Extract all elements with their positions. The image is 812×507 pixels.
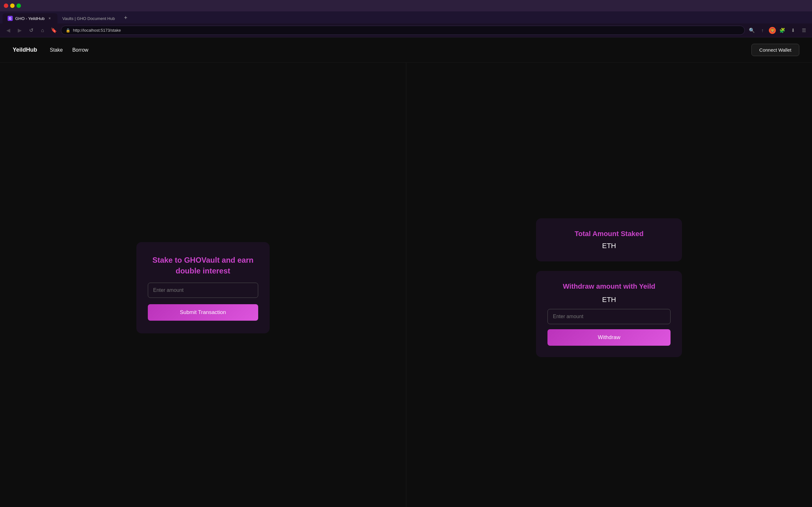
- withdraw-card-value: ETH: [548, 296, 670, 304]
- tab-2[interactable]: Vaults | GHO Document Hub: [57, 14, 120, 23]
- window-controls: [4, 3, 21, 8]
- back-button[interactable]: ◀: [4, 26, 13, 35]
- window-close-btn[interactable]: [4, 3, 8, 8]
- tab-1-label: GHO - YeildHub: [15, 16, 45, 21]
- home-button[interactable]: ⌂: [38, 26, 47, 35]
- reload-button[interactable]: ↺: [27, 26, 36, 35]
- extensions-icon[interactable]: 🧩: [778, 26, 786, 35]
- nav-link-stake[interactable]: Stake: [50, 47, 63, 53]
- stake-card-title: Stake to GHOVault and earn double intere…: [148, 255, 258, 276]
- search-icon[interactable]: 🔍: [747, 26, 756, 35]
- app-nav: YeildHub Stake Borrow Connect Wallet: [0, 38, 812, 63]
- nav-link-borrow[interactable]: Borrow: [72, 47, 89, 53]
- total-staked-card: Total Amount Staked ETH: [536, 218, 682, 262]
- tab-1-icon: G: [8, 16, 13, 21]
- stake-card: Stake to GHOVault and earn double intere…: [136, 242, 270, 333]
- nav-links: Stake Borrow: [50, 47, 89, 53]
- forward-button[interactable]: ▶: [15, 26, 24, 35]
- connect-wallet-button[interactable]: Connect Wallet: [751, 44, 799, 56]
- withdraw-button[interactable]: Withdraw: [548, 329, 670, 346]
- right-panel: Total Amount Staked ETH Withdraw amount …: [406, 63, 812, 507]
- brave-icon[interactable]: 🦁: [769, 27, 776, 34]
- main-content: Stake to GHOVault and earn double intere…: [0, 63, 812, 507]
- download-icon[interactable]: ⬇: [789, 26, 798, 35]
- new-tab-button[interactable]: +: [121, 13, 130, 22]
- withdraw-amount-input[interactable]: [548, 309, 670, 324]
- address-lock-icon: 🔒: [66, 28, 70, 33]
- bookmark-button[interactable]: 🔖: [49, 26, 58, 35]
- window-maximize-btn[interactable]: [16, 3, 21, 8]
- tab-1-close[interactable]: ×: [47, 16, 52, 21]
- share-icon[interactable]: ↑: [758, 26, 767, 35]
- total-staked-value: ETH: [548, 242, 670, 250]
- total-staked-title: Total Amount Staked: [548, 230, 670, 238]
- withdraw-card: Withdraw amount with Yeild ETH Withdraw: [536, 271, 682, 357]
- tab-1[interactable]: G GHO - YeildHub ×: [3, 13, 57, 23]
- tab-2-label: Vaults | GHO Document Hub: [62, 16, 115, 21]
- submit-transaction-button[interactable]: Submit Transaction: [148, 304, 258, 321]
- menu-icon[interactable]: ☰: [799, 26, 808, 35]
- nav-brand[interactable]: YeildHub: [13, 47, 37, 53]
- window-minimize-btn[interactable]: [10, 3, 14, 8]
- stake-amount-input[interactable]: [148, 283, 258, 298]
- toolbar-icons: 🔍 ↑ 🦁 🧩 ⬇ ☰: [747, 26, 808, 35]
- left-panel: Stake to GHOVault and earn double intere…: [0, 63, 406, 507]
- browser-toolbar: ◀ ▶ ↺ ⌂ 🔖 🔒 http://localhost:5173/stake …: [0, 23, 812, 38]
- browser-titlebar: [0, 0, 812, 11]
- nav-left: YeildHub Stake Borrow: [13, 47, 89, 53]
- withdraw-card-title: Withdraw amount with Yeild: [548, 282, 670, 291]
- tab-bar: G GHO - YeildHub × Vaults | GHO Document…: [0, 11, 812, 23]
- address-url: http://localhost:5173/stake: [73, 28, 121, 33]
- address-bar[interactable]: 🔒 http://localhost:5173/stake: [61, 26, 745, 35]
- app-container: YeildHub Stake Borrow Connect Wallet Sta…: [0, 38, 812, 507]
- browser-window: G GHO - YeildHub × Vaults | GHO Document…: [0, 0, 812, 38]
